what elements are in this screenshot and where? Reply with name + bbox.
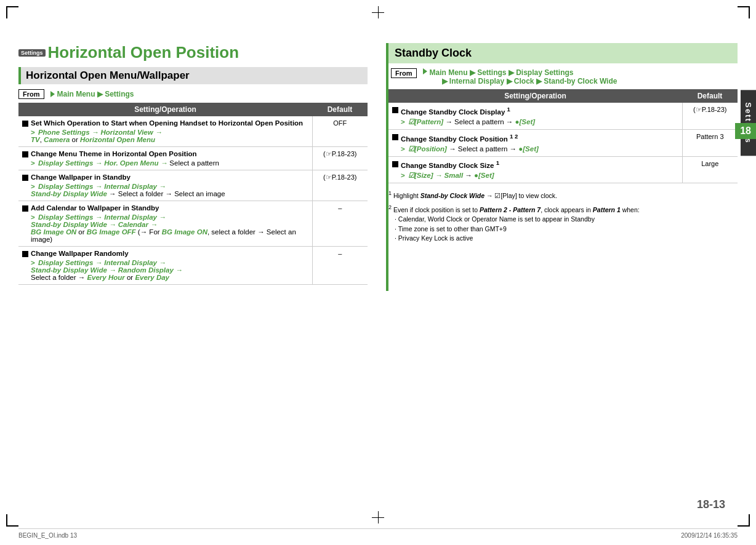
row-title-text: Change Wallpaper Randomly xyxy=(31,250,129,257)
bullet-icon xyxy=(22,175,28,181)
row-default: OFF xyxy=(312,116,368,147)
right-from-path: Main Menu ▶ Settings ▶ Display Settings … xyxy=(430,68,617,86)
table-row: Change Standby Clock Size 1 > ☑[Size] → … xyxy=(388,156,738,183)
footer-left: BEGIN_E_OI.indb 13 xyxy=(18,532,77,539)
row-default: Pattern 3 xyxy=(682,129,738,156)
crosshair-bottom xyxy=(372,511,384,523)
bullet-icon xyxy=(22,121,28,127)
row-title-text: Change Wallpaper in Standby xyxy=(31,173,131,181)
row-sub: > ☑[Position] → Select a pattern → ●[Set… xyxy=(392,145,678,153)
corner-mark-tl xyxy=(6,6,18,18)
row-title-text: Set Which Operation to Start when Openin… xyxy=(31,119,303,127)
row-title-text: Change Standby Clock Size 1 xyxy=(401,160,499,170)
page-title-text: Horizontal Open Position xyxy=(48,43,239,62)
arrow-icon-right xyxy=(423,68,427,74)
row-default: (☞P.18-23) xyxy=(312,170,368,201)
crosshair-top xyxy=(372,6,384,18)
footnotes: 1 Highlight Stand-by Clock Wide → ☑[Play… xyxy=(388,189,738,244)
left-col1-header: Setting/Operation xyxy=(18,103,312,116)
row-sub: > Display Settings → Internal Display →S… xyxy=(22,259,308,281)
row-sub: > Phone Settings → Horizontal View →TV, … xyxy=(22,129,308,143)
bullet-icon xyxy=(392,107,398,113)
row-default: (☞P.18-23) xyxy=(312,147,368,170)
row-default: – xyxy=(312,201,368,247)
row-title-text: Change Standby Clock Display 1 xyxy=(401,106,510,116)
footer-right: 2009/12/14 16:35:35 xyxy=(681,532,738,539)
page-number: 18-13 xyxy=(697,498,725,511)
right-column: Standby Clock From Main Menu ▶ Settings … xyxy=(386,43,738,291)
left-col2-header: Default xyxy=(312,103,368,116)
table-row: Change Standby Clock Display 1 > ☑[Patte… xyxy=(388,103,738,129)
right-section-title: Standby Clock xyxy=(388,43,738,63)
left-from-row: From Main Menu ▶ Settings xyxy=(18,89,368,99)
page-title: Settings Horizontal Open Position xyxy=(18,43,368,62)
bullet-icon xyxy=(22,151,28,157)
row-sub: > ☑[Pattern] → Select a pattern → ●[Set] xyxy=(392,117,678,126)
settings-icon-badge: Settings xyxy=(18,49,46,57)
bullet-icon xyxy=(392,161,398,167)
left-from-path: Main Menu ▶ Settings xyxy=(57,90,134,98)
table-row: Change Menu Theme in Horizontal Open Pos… xyxy=(18,147,368,170)
from-badge-right: From xyxy=(391,68,417,78)
row-default: – xyxy=(312,247,368,285)
left-settings-table: Setting/Operation Default Set Which Oper… xyxy=(18,103,368,285)
row-sub: > Display Settings → Internal Display →S… xyxy=(22,183,308,197)
row-sub: > Display Settings → Hor. Open Menu → Se… xyxy=(22,159,308,167)
corner-mark-tr xyxy=(738,6,750,18)
bullet-icon xyxy=(22,251,28,257)
right-col1-header: Setting/Operation xyxy=(388,89,682,103)
bullet-icon xyxy=(22,205,28,212)
right-from-row: From Main Menu ▶ Settings ▶ Display Sett… xyxy=(388,68,738,86)
table-row: Change Standby Clock Position 1 2 > ☑[Po… xyxy=(388,129,738,156)
table-row: Change Wallpaper in Standby > Display Se… xyxy=(18,170,368,201)
table-row: Add Calendar to Wallpaper in Standby > D… xyxy=(18,201,368,247)
left-section-title: Horizontal Open Menu/Wallpaper xyxy=(18,67,368,84)
left-column: Settings Horizontal Open Position Horizo… xyxy=(18,43,368,291)
table-row: Change Wallpaper Randomly > Display Sett… xyxy=(18,247,368,285)
right-settings-table: Setting/Operation Default Change Standby… xyxy=(388,89,738,183)
row-title-text: Change Standby Clock Position 1 2 xyxy=(401,133,518,143)
corner-mark-br xyxy=(738,514,750,527)
page-footer: BEGIN_E_OI.indb 13 2009/12/14 16:35:35 xyxy=(18,528,738,539)
row-default: (☞P.18-23) xyxy=(682,103,738,129)
table-row: Set Which Operation to Start when Openin… xyxy=(18,116,368,147)
row-sub: > ☑[Size] → Small → ●[Set] xyxy=(392,171,678,180)
row-title-text: Change Menu Theme in Horizontal Open Pos… xyxy=(31,150,197,157)
from-badge-left: From xyxy=(18,89,44,99)
right-col2-header: Default xyxy=(682,89,738,103)
arrow-icon-left xyxy=(50,91,55,97)
row-default: Large xyxy=(682,156,738,183)
row-sub: > Display Settings → Internal Display →S… xyxy=(22,213,308,243)
row-title-text: Add Calendar to Wallpaper in Standby xyxy=(31,204,159,212)
corner-mark-bl xyxy=(6,514,18,527)
settings-number-tab: 18 xyxy=(735,123,756,139)
bullet-icon xyxy=(392,134,398,140)
